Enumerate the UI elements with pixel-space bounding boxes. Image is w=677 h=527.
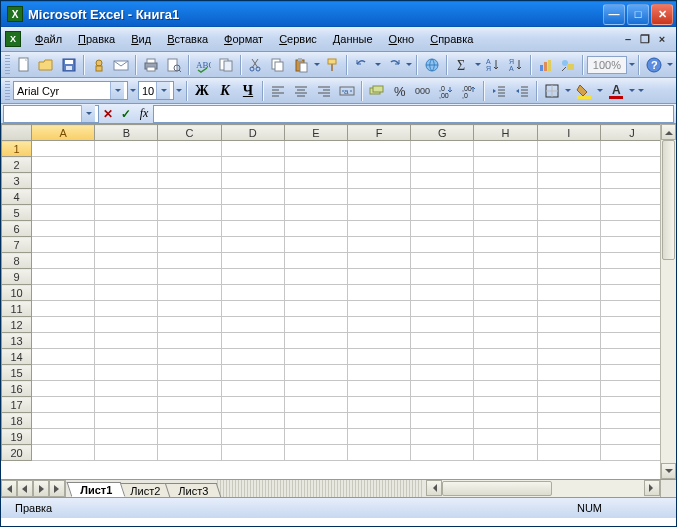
row-header[interactable]: 1 [2,141,32,157]
vscroll-thumb[interactable] [662,140,675,260]
row-header[interactable]: 12 [2,317,32,333]
menu-help[interactable]: Справка [422,30,481,48]
row-header[interactable]: 2 [2,157,32,173]
cell[interactable] [537,237,600,253]
hyperlink-button[interactable] [421,54,443,76]
cell[interactable] [221,173,284,189]
hscroll-thumb[interactable] [442,481,552,496]
tab-nav-prev[interactable] [17,480,33,497]
cell[interactable] [411,269,474,285]
align-center-button[interactable] [290,80,312,102]
cell[interactable] [537,141,600,157]
cell[interactable] [284,413,347,429]
cell[interactable] [600,141,660,157]
size-combo[interactable]: 10 [138,81,174,100]
cell[interactable] [600,317,660,333]
row-header[interactable]: 9 [2,269,32,285]
cell[interactable] [95,333,158,349]
cell[interactable] [221,141,284,157]
row-header[interactable]: 10 [2,285,32,301]
size-dropdown-arrow[interactable] [156,82,170,99]
cell[interactable] [32,445,95,461]
help-button[interactable]: ? [643,54,665,76]
percent-button[interactable]: % [389,80,411,102]
cell[interactable] [284,445,347,461]
underline-button[interactable]: Ч [237,80,259,102]
scroll-right-button[interactable] [644,480,660,496]
cell[interactable] [411,349,474,365]
cell[interactable] [32,285,95,301]
font-dropdown-arrow[interactable] [110,82,124,99]
cell[interactable] [600,189,660,205]
scroll-up-button[interactable] [661,124,676,140]
cell[interactable] [32,365,95,381]
cell[interactable] [474,381,537,397]
cell[interactable] [95,221,158,237]
cell[interactable] [284,205,347,221]
cell[interactable] [474,349,537,365]
cell[interactable] [32,141,95,157]
cell[interactable] [348,445,411,461]
font-side-dropdown[interactable] [129,80,137,102]
cell[interactable] [348,237,411,253]
cell[interactable] [348,285,411,301]
cell[interactable] [158,141,221,157]
cell[interactable] [158,285,221,301]
cell[interactable] [221,365,284,381]
cell[interactable] [537,349,600,365]
cell[interactable] [284,141,347,157]
cell[interactable] [474,253,537,269]
cell[interactable] [95,301,158,317]
cell[interactable] [32,349,95,365]
cell[interactable] [284,173,347,189]
column-header[interactable]: C [158,125,221,141]
row-header[interactable]: 15 [2,365,32,381]
cell[interactable] [284,157,347,173]
cell[interactable] [600,397,660,413]
cell[interactable] [221,157,284,173]
cell[interactable] [474,365,537,381]
cell[interactable] [411,413,474,429]
increase-indent-button[interactable] [511,80,533,102]
cell[interactable] [95,269,158,285]
cell[interactable] [411,429,474,445]
drawing-button[interactable] [558,54,580,76]
cell[interactable] [348,349,411,365]
permission-button[interactable] [88,54,110,76]
cell[interactable] [158,333,221,349]
cell[interactable] [221,381,284,397]
cell[interactable] [411,317,474,333]
cell[interactable] [95,157,158,173]
tab-split-handle[interactable] [217,480,424,497]
cut-button[interactable] [245,54,267,76]
vscroll-track[interactable] [661,140,676,463]
cell[interactable] [284,253,347,269]
formula-input[interactable] [153,105,674,123]
cell[interactable] [284,317,347,333]
cell[interactable] [411,285,474,301]
cell[interactable] [474,157,537,173]
zoom-combo[interactable]: 100% [587,56,626,74]
cell[interactable] [474,445,537,461]
menu-insert[interactable]: Вставка [159,30,216,48]
sheet-tab[interactable]: Лист1 [67,482,126,497]
copy-button[interactable] [267,54,289,76]
cell[interactable] [348,205,411,221]
row-header[interactable]: 6 [2,221,32,237]
cell[interactable] [284,237,347,253]
cell[interactable] [474,269,537,285]
cell[interactable] [221,445,284,461]
cell[interactable] [537,221,600,237]
column-header[interactable]: B [95,125,158,141]
select-all-corner[interactable] [2,125,32,141]
cell[interactable] [284,365,347,381]
column-header[interactable]: G [411,125,474,141]
cell[interactable] [474,413,537,429]
cell[interactable] [158,397,221,413]
row-header[interactable]: 14 [2,349,32,365]
row-header[interactable]: 11 [2,301,32,317]
cell[interactable] [158,301,221,317]
vertical-scrollbar[interactable] [660,124,676,479]
format-painter-button[interactable] [322,54,344,76]
cell[interactable] [474,189,537,205]
